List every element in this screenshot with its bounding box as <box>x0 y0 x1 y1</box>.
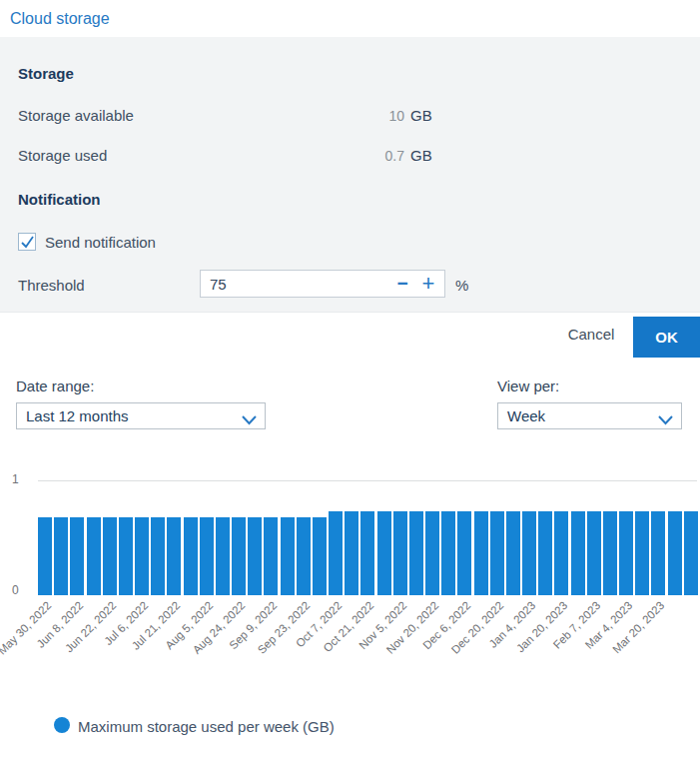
y-axis-tick-1: 1 <box>12 472 30 486</box>
x-axis-tick-label: Jan 4, 2023 <box>437 599 537 699</box>
bar <box>684 511 698 595</box>
bar <box>554 511 568 595</box>
threshold-input[interactable]: 75 − + <box>200 270 445 298</box>
cloud-storage-dialog: Cloud storage Storage Storage available … <box>0 0 700 758</box>
bar <box>651 511 665 595</box>
x-axis-tick-label: Aug 5, 2022 <box>115 599 215 699</box>
x-axis-tick-label: Jul 6, 2022 <box>50 599 150 699</box>
x-axis-tick-label: Oct 7, 2022 <box>244 599 344 699</box>
bar <box>490 511 504 595</box>
bar <box>135 517 149 595</box>
x-axis-tick-label: Aug 24, 2022 <box>147 599 247 699</box>
storage-used-value: 0.7 <box>335 148 404 164</box>
y-axis-tick-0: 0 <box>12 583 30 597</box>
storage-available-unit: GB <box>410 107 432 124</box>
notification-section-heading: Notification <box>18 191 101 208</box>
date-range-label: Date range: <box>16 378 94 394</box>
bar <box>200 517 214 595</box>
bar <box>360 511 374 595</box>
bar <box>297 517 311 595</box>
x-axis-tick-label: Dec 6, 2022 <box>372 599 472 699</box>
bar <box>619 511 633 595</box>
threshold-value: 75 <box>210 276 227 293</box>
bar <box>151 517 165 595</box>
bar <box>38 517 52 595</box>
plot-area <box>38 480 700 595</box>
x-axis-tick-label: Mar 20, 2023 <box>567 599 667 699</box>
x-axis-tick-label: Oct 21, 2022 <box>276 599 375 699</box>
legend-label: Maximum storage used per week (GB) <box>78 718 335 735</box>
bar <box>603 511 617 595</box>
bar <box>425 511 439 595</box>
storage-available-value: 10 <box>335 108 404 124</box>
date-range-value: Last 12 months <box>26 407 129 424</box>
storage-available-label: Storage available <box>18 107 134 124</box>
x-axis-tick-label: Nov 5, 2022 <box>309 599 408 699</box>
bar <box>409 511 423 595</box>
bar <box>377 511 391 595</box>
bar <box>281 517 295 595</box>
bar <box>313 517 327 595</box>
x-axis-tick-label: Jun 8, 2022 <box>0 599 86 699</box>
x-axis-tick-label: Sep 23, 2022 <box>212 599 312 699</box>
ok-button[interactable]: OK <box>633 317 700 358</box>
bar <box>506 511 520 595</box>
threshold-unit: % <box>455 277 468 294</box>
bar <box>571 511 585 595</box>
bar <box>668 511 682 595</box>
view-per-dropdown[interactable]: Week <box>497 402 682 429</box>
x-axis-tick-label: Nov 20, 2022 <box>341 599 440 699</box>
send-notification-checkbox[interactable] <box>18 233 36 251</box>
bar <box>167 517 181 595</box>
x-axis-tick-label: Jan 20, 2023 <box>470 599 570 699</box>
bar <box>522 511 536 595</box>
bar <box>70 517 84 595</box>
bar <box>441 511 455 595</box>
bar <box>248 517 262 595</box>
bar <box>635 511 649 595</box>
x-axis-tick-label: Sep 9, 2022 <box>179 599 279 699</box>
x-axis-tick-label: Mar 4, 2023 <box>534 599 634 699</box>
x-axis-tick-label: Dec 20, 2022 <box>405 599 505 699</box>
storage-used-unit: GB <box>410 147 432 164</box>
chevron-down-icon <box>658 411 673 429</box>
bar <box>587 511 601 595</box>
x-axis-tick-label: May 30, 2022 <box>0 599 53 699</box>
storage-section-heading: Storage <box>18 65 74 82</box>
send-notification-label: Send notification <box>45 234 156 251</box>
bar <box>119 517 133 595</box>
decrement-button[interactable]: − <box>390 271 414 297</box>
x-axis-tick-label: Jul 21, 2022 <box>82 599 182 699</box>
x-axis-tick-label: Feb 7, 2023 <box>502 599 602 699</box>
storage-used-label: Storage used <box>18 147 107 164</box>
bar <box>87 517 101 595</box>
bar <box>216 517 230 595</box>
bar <box>103 517 117 595</box>
view-per-label: View per: <box>497 378 559 394</box>
threshold-label: Threshold <box>18 277 85 294</box>
increment-button[interactable]: + <box>416 271 440 297</box>
page-title: Cloud storage <box>10 10 110 28</box>
bar <box>345 511 358 595</box>
bar <box>393 511 407 595</box>
bar <box>474 511 488 595</box>
bar <box>54 517 68 595</box>
date-range-dropdown[interactable]: Last 12 months <box>16 402 266 429</box>
bar <box>457 511 471 595</box>
view-per-value: Week <box>507 407 545 424</box>
chevron-down-icon <box>242 411 257 429</box>
bar <box>329 511 343 595</box>
bar <box>184 517 198 595</box>
cancel-button[interactable]: Cancel <box>559 325 623 344</box>
bar <box>264 517 278 595</box>
bar <box>232 517 246 595</box>
bar <box>538 511 552 595</box>
x-axis-tick-label: Jun 22, 2022 <box>18 599 118 699</box>
legend-marker-icon <box>54 717 70 733</box>
